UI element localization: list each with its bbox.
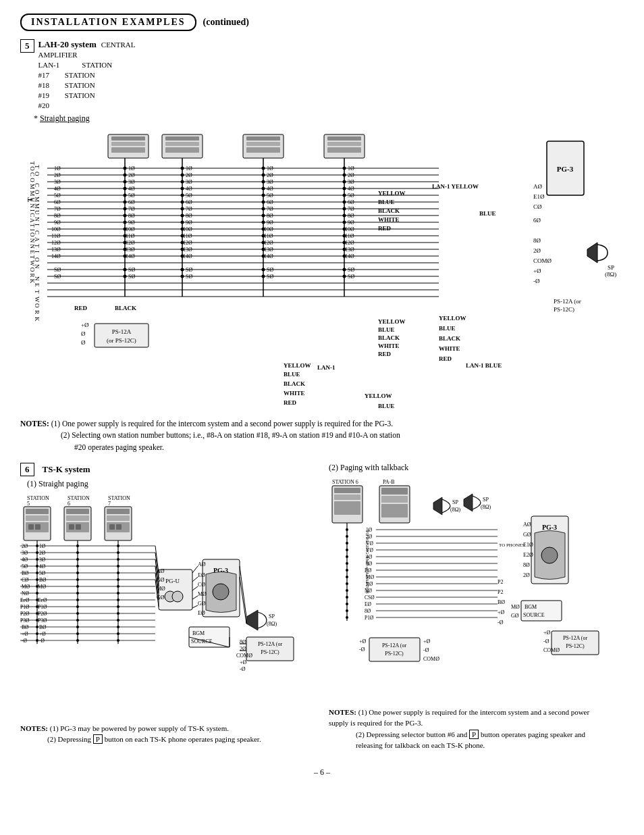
svg-rect-281 <box>116 524 122 530</box>
svg-text:7: 7 <box>108 501 111 507</box>
svg-rect-268 <box>28 524 34 530</box>
svg-text:RED: RED <box>378 351 392 357</box>
main-diagram-svg: T T O C O M M U N I C A T I O N N E T W … <box>20 128 628 411</box>
svg-line-417 <box>240 577 246 624</box>
svg-text:1Ø: 1Ø <box>267 166 273 172</box>
svg-point-89 <box>124 214 127 218</box>
svg-text:-Ø: -Ø <box>240 666 246 672</box>
svg-text:4Ø: 4Ø <box>39 563 46 570</box>
svg-text:7Ø: 7Ø <box>267 206 273 212</box>
svg-text:RØ: RØ <box>366 581 373 587</box>
svg-text:6Ø: 6Ø <box>128 199 135 205</box>
svg-text:10Ø: 10Ø <box>183 226 192 232</box>
svg-text:I: I <box>34 224 41 226</box>
svg-point-195 <box>343 268 346 272</box>
svg-text:13Ø: 13Ø <box>345 247 354 253</box>
svg-text:BØ: BØ <box>39 577 47 583</box>
svg-text:8Ø: 8Ø <box>523 562 530 568</box>
svg-point-329 <box>76 545 79 547</box>
svg-text:12Ø: 12Ø <box>264 240 273 246</box>
svg-text:3Ø: 3Ø <box>128 179 135 185</box>
svg-text:P2: P2 <box>498 579 503 585</box>
svg-point-181 <box>343 167 346 170</box>
svg-text:-Ø: -Ø <box>533 278 540 284</box>
svg-text:PG-U: PG-U <box>165 578 180 584</box>
svg-point-187 <box>343 207 346 211</box>
svg-text:PG-3: PG-3 <box>557 165 574 173</box>
svg-text:BLACK: BLACK <box>439 335 460 342</box>
header-continued: (continued) <box>203 17 249 28</box>
svg-rect-31 <box>165 147 199 153</box>
svg-text:E1Ø: E1Ø <box>523 542 533 548</box>
svg-text:TO PHONES: TO PHONES <box>499 542 525 548</box>
svg-text:3Ø: 3Ø <box>267 179 273 185</box>
svg-text:SP: SP <box>608 264 614 271</box>
section6-right: (2) Paging with talkback STATION 6 PA-B <box>329 463 624 761</box>
svg-point-357 <box>117 626 119 628</box>
svg-text:(8Ω): (8Ω) <box>450 507 461 513</box>
svg-point-343 <box>76 639 79 642</box>
svg-point-120 <box>181 201 184 204</box>
svg-point-182 <box>343 174 346 177</box>
svg-point-468 <box>346 549 348 551</box>
svg-point-122 <box>181 214 184 218</box>
svg-text:2Ø: 2Ø <box>39 550 46 556</box>
tsk-straight-diagram: STATION 5 STATION 6 STATION 7 <box>20 492 304 715</box>
svg-rect-280 <box>109 524 115 530</box>
svg-point-84 <box>124 180 127 184</box>
svg-point-156 <box>262 221 265 224</box>
svg-text:11Ø: 11Ø <box>126 233 135 239</box>
svg-text:EØ: EØ <box>198 572 205 578</box>
notes1-label: NOTES: <box>20 420 49 428</box>
svg-point-123 <box>181 221 184 224</box>
svg-point-150 <box>262 180 265 184</box>
svg-point-471 <box>346 569 348 572</box>
svg-text:11Ø: 11Ø <box>51 233 61 239</box>
svg-point-188 <box>343 214 346 218</box>
svg-point-163 <box>262 275 265 278</box>
svg-text:YELLOW: YELLOW <box>439 315 466 322</box>
svg-point-155 <box>262 214 265 218</box>
svg-marker-513 <box>464 494 473 511</box>
svg-line-412 <box>192 577 198 582</box>
svg-rect-278 <box>107 515 130 521</box>
svg-text:-Ø: -Ø <box>423 647 429 653</box>
svg-text:STATION: STATION <box>108 495 130 501</box>
svg-text:(8Ω): (8Ω) <box>481 504 491 510</box>
svg-point-186 <box>343 201 346 204</box>
svg-rect-274 <box>69 524 74 530</box>
svg-text:1Ø: 1Ø <box>186 166 192 172</box>
svg-text:BLUE: BLUE <box>479 210 496 217</box>
svg-text:13Ø: 13Ø <box>51 247 61 253</box>
svg-text:SP: SP <box>269 613 275 619</box>
svg-text:-Ø: -Ø <box>543 638 549 644</box>
svg-point-314 <box>36 551 38 554</box>
svg-text:2Ø: 2Ø <box>267 172 273 178</box>
svg-text:T: T <box>34 165 41 169</box>
svg-point-320 <box>36 592 38 594</box>
svg-line-416 <box>240 566 246 617</box>
svg-point-337 <box>76 599 79 601</box>
svg-point-348 <box>117 565 119 567</box>
svg-text:1Ø: 1Ø <box>128 166 135 172</box>
svg-point-88 <box>124 207 127 211</box>
svg-text:VØ: VØ <box>366 547 373 553</box>
svg-text:COMØ: COMØ <box>423 656 439 662</box>
svg-point-380 <box>213 584 229 600</box>
svg-rect-39 <box>327 147 361 153</box>
svg-text:SØ: SØ <box>267 267 273 273</box>
svg-text:BLACK: BLACK <box>115 305 136 311</box>
svg-point-90 <box>124 221 127 224</box>
svg-point-116 <box>181 174 184 177</box>
svg-text:K: K <box>34 317 41 322</box>
notes-right: NOTES: (1) One power supply is required … <box>329 707 606 751</box>
svg-text:11Ø: 11Ø <box>345 233 354 239</box>
svg-text:9Ø: 9Ø <box>54 220 61 226</box>
svg-text:WHITE: WHITE <box>439 345 460 352</box>
svg-text:RED: RED <box>439 355 452 362</box>
svg-text:1Ø: 1Ø <box>39 543 46 549</box>
section5-number: 5 <box>20 39 34 53</box>
p-button-left: P <box>93 734 103 744</box>
svg-text:BGM: BGM <box>192 630 205 636</box>
svg-text:(or PS-12C): (or PS-12C) <box>107 337 136 344</box>
